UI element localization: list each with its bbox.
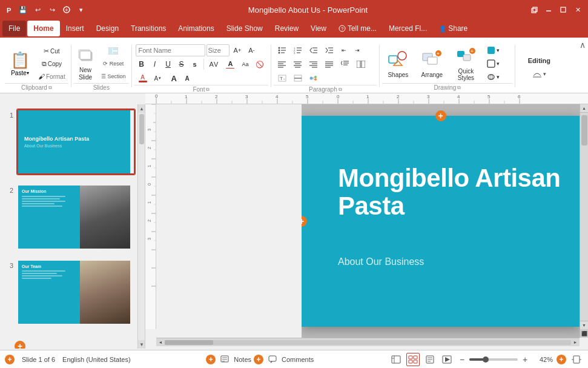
clear-format-button[interactable]: 🚫 xyxy=(253,58,267,70)
arrange-button[interactable]: + Arrange xyxy=(416,47,448,81)
slide-sorter-button[interactable] xyxy=(406,353,420,366)
menu-item-home[interactable]: Home xyxy=(27,21,59,36)
rtl-button[interactable]: ⇤ xyxy=(338,44,350,56)
slide-left-add-button[interactable]: + xyxy=(302,216,307,227)
section-button[interactable]: ☰ Section xyxy=(98,70,129,82)
restore-down-button[interactable] xyxy=(529,4,540,15)
align-left-button[interactable] xyxy=(275,58,289,70)
paragraph-expand-icon[interactable]: ⧉ xyxy=(339,87,342,93)
text-align-v-button[interactable] xyxy=(291,72,305,84)
menu-item-account[interactable]: Merced Fl... xyxy=(383,21,433,36)
slide-panel-scrollbar[interactable]: ▲ ▼ xyxy=(137,104,145,349)
workspace-vscrollbar[interactable]: ▲ ▼ ⬛ xyxy=(580,104,588,338)
font-format-button[interactable]: Aa xyxy=(239,58,251,70)
underline-button[interactable]: U xyxy=(162,58,174,70)
numbering-button[interactable]: 1.2.3. xyxy=(291,44,305,56)
font-name-input[interactable] xyxy=(136,44,205,56)
menu-item-insert[interactable]: Insert xyxy=(60,21,90,36)
hscroll-right-button[interactable]: ► xyxy=(571,338,580,347)
increase-font-button[interactable]: A+ xyxy=(231,44,245,56)
redo-qat-button[interactable]: ↪ xyxy=(46,4,58,16)
menu-item-tellme[interactable]: ? Tell me... xyxy=(332,21,383,36)
slide-thumb-img-2[interactable]: Our Mission xyxy=(17,184,135,250)
ribbon-collapse-button[interactable]: ∧ xyxy=(580,40,586,50)
format-painter-button[interactable]: 🖌 Format xyxy=(35,70,68,82)
slide-thumb-3[interactable]: 3 Our Team xyxy=(0,255,137,336)
decrease-font-button[interactable]: A- xyxy=(245,44,257,56)
font-colorA-button[interactable]: A xyxy=(136,72,150,84)
zoom-track[interactable] xyxy=(469,358,518,361)
justify-button[interactable] xyxy=(322,58,337,70)
minimize-button[interactable] xyxy=(543,4,554,15)
editing-dropdown-button[interactable]: ▾ xyxy=(529,68,549,80)
decrease-indent-button[interactable] xyxy=(306,44,321,56)
status-add-button[interactable]: + xyxy=(5,355,15,364)
slide-thumb-2[interactable]: 2 Our Mission xyxy=(0,179,137,255)
font-expand-icon[interactable]: ⧉ xyxy=(206,87,210,93)
font-size-aa-button[interactable]: A▾ xyxy=(151,72,165,84)
slideshow-button[interactable] xyxy=(440,353,454,366)
save-qat-button[interactable]: 💾 xyxy=(17,4,29,16)
add-slide-button[interactable]: + xyxy=(15,341,25,349)
horizontal-scrollbar[interactable]: ◄ ► xyxy=(156,338,580,346)
bullets-button[interactable] xyxy=(275,44,289,56)
increase-indent-button[interactable] xyxy=(322,44,337,56)
slide-top-add-button[interactable]: + xyxy=(435,110,446,121)
scrollbar-up-button[interactable]: ▲ xyxy=(138,104,145,113)
workspace-scroll-end-button[interactable]: ⬛ xyxy=(580,329,589,338)
slide-thumb-img-3[interactable]: Our Team xyxy=(17,259,135,325)
hscroll-left-button[interactable]: ◄ xyxy=(156,338,165,347)
strikethrough-button[interactable]: S xyxy=(176,58,188,70)
align-center-button[interactable] xyxy=(291,58,305,70)
status-comments-add-button[interactable]: + xyxy=(254,355,263,364)
text-shadow-button[interactable]: s xyxy=(189,58,201,70)
hscroll-thumb[interactable] xyxy=(165,340,213,345)
comments-button[interactable] xyxy=(266,353,279,366)
slide-list[interactable]: 1 Mongibello Artisan Pasta About Our Bus… xyxy=(0,104,137,349)
shape-fill-button[interactable]: ▾ xyxy=(484,44,503,56)
smartart-button[interactable] xyxy=(306,72,321,84)
menu-item-file[interactable]: File xyxy=(2,21,26,36)
status-fit-add-button[interactable]: + xyxy=(557,355,566,364)
zoom-out-button[interactable]: − xyxy=(457,355,467,364)
font-size-input[interactable] xyxy=(206,44,230,56)
shape-effects-button[interactable]: ▾ xyxy=(484,71,503,83)
paste-button[interactable]: 📋 Paste ▾ xyxy=(5,47,35,81)
qat-dropdown-button[interactable]: ▾ xyxy=(75,4,87,16)
status-notes-add-button[interactable]: + xyxy=(206,355,216,364)
menu-item-view[interactable]: View xyxy=(305,21,332,36)
notes-button[interactable] xyxy=(218,353,231,366)
reading-view-button[interactable] xyxy=(423,353,437,366)
menu-item-design[interactable]: Design xyxy=(90,21,125,36)
close-button[interactable]: ✕ xyxy=(572,4,583,15)
menu-item-transitions[interactable]: Transitions xyxy=(125,21,172,36)
workspace-scroll-thumb[interactable] xyxy=(581,115,587,146)
undo-qat-button[interactable]: ↩ xyxy=(31,4,44,16)
slide-thumb-img-1[interactable]: Mongibello Artisan Pasta About Our Busin… xyxy=(17,109,135,175)
maximize-button[interactable] xyxy=(558,4,569,15)
menu-item-slideshow[interactable]: Slide Show xyxy=(220,21,269,36)
clipboard-expand-icon[interactable]: ⧉ xyxy=(48,85,52,91)
main-slide-canvas[interactable]: + + Mongibello Artisan Pasta About Our B… xyxy=(302,116,580,327)
align-right-button[interactable] xyxy=(306,58,321,70)
bold-button[interactable]: B xyxy=(136,58,148,70)
shapes-button[interactable]: Shapes xyxy=(382,47,414,81)
font-color-button[interactable]: A xyxy=(223,58,237,70)
new-slide-button[interactable]: NewSlide xyxy=(74,47,97,81)
menu-item-animations[interactable]: Animations xyxy=(172,21,220,36)
font-smaller-button[interactable]: A xyxy=(181,72,193,84)
char-spacing-button[interactable]: AV xyxy=(206,58,222,70)
columns-button[interactable] xyxy=(354,58,368,70)
normal-view-button[interactable] xyxy=(389,353,403,366)
cut-button[interactable]: ✂ Cut xyxy=(35,45,68,57)
ltr-button[interactable]: ⇥ xyxy=(351,44,363,56)
line-spacing-button[interactable] xyxy=(338,58,352,70)
scrollbar-thumb[interactable] xyxy=(139,114,144,144)
workspace-scroll-up-button[interactable]: ▲ xyxy=(580,104,589,113)
zoom-in-button[interactable]: + xyxy=(520,355,530,364)
shape-outline-button[interactable]: ▾ xyxy=(484,58,503,70)
customize-qat-button[interactable]: + xyxy=(61,4,73,16)
menu-item-review[interactable]: Review xyxy=(269,21,305,36)
copy-button[interactable]: ⧉ Copy xyxy=(35,58,68,70)
menu-item-share[interactable]: 👤 Share xyxy=(433,21,474,36)
